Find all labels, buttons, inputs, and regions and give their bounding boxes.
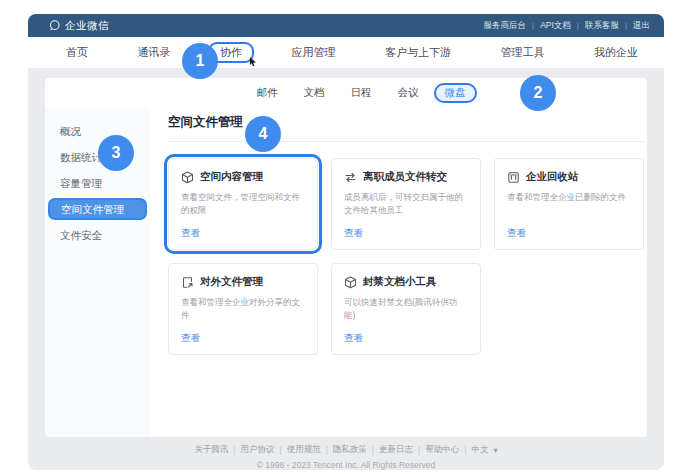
card-desc: 查看和管理全企业对外分享的文件 (181, 296, 305, 322)
footer: 关于腾讯 | 用户协议 | 使用规范 | 隐私政策 | 更新日志 | 帮助中心 … (28, 444, 664, 470)
tab-mail[interactable]: 邮件 (257, 86, 278, 100)
top-link-contact-support[interactable]: 联系客服 (585, 20, 619, 32)
separator: | (372, 445, 374, 455)
tab-schedule[interactable]: 日程 (351, 86, 372, 100)
separator: | (532, 21, 534, 30)
sidebar-item-capacity[interactable]: 容量管理 (45, 170, 150, 196)
nav-item-home[interactable]: 首页 (66, 45, 88, 60)
card-title: 封禁文档小工具 (363, 275, 437, 289)
footer-link-changelog[interactable]: 更新日志 (379, 444, 413, 456)
screenshot-canvas: 企业微信 服务商后台 | API文档 | 联系客服 | 退出 首页 通讯录 协作 (0, 0, 692, 474)
main-content: 空间文件管理 空间内容管理 (150, 108, 647, 437)
card-desc: 查看和管理全企业已删除的文件 (507, 191, 631, 204)
card-title: 对外文件管理 (200, 275, 263, 289)
panel-body: 概况 数据统计 容量管理 空间文件管理 文件安全 空间文件管理 (45, 108, 647, 437)
view-link[interactable]: 查看 (507, 227, 526, 240)
ban-doc-icon (344, 276, 357, 289)
card-external-file-management[interactable]: 对外文件管理 查看和管理全企业对外分享的文件 查看 (168, 263, 318, 355)
language-selector[interactable]: 中文 (472, 444, 489, 456)
nav-item-admin-tools[interactable]: 管理工具 (501, 45, 545, 60)
view-link[interactable]: 查看 (344, 332, 363, 345)
separator: | (233, 445, 235, 455)
separator: | (464, 445, 466, 455)
view-link[interactable]: 查看 (181, 332, 200, 345)
content-panel: 邮件 文档 日程 会议 微盘 概况 数据统计 容量管理 空间文件管理 文件安全 … (45, 78, 647, 437)
top-link-logout[interactable]: 退出 (633, 20, 650, 32)
nav-item-label: 协作 (220, 46, 242, 58)
view-link[interactable]: 查看 (344, 227, 363, 240)
card-departed-member-handover[interactable]: 离职成员文件转交 成员离职后，可转交归属于他的文件给其他员工 查看 (331, 158, 481, 250)
footer-link-privacy-policy[interactable]: 隐私政策 (333, 444, 367, 456)
tab-drive[interactable]: 微盘 (434, 83, 477, 103)
card-desc: 查看空间文件，管理空间和文件的权限 (181, 191, 305, 217)
brand-name: 企业微信 (65, 19, 109, 33)
mouse-cursor-icon (249, 57, 257, 67)
annotation-step-4: 4 (245, 116, 281, 152)
page-title: 空间文件管理 (168, 114, 644, 131)
sidebar: 概况 数据统计 容量管理 空间文件管理 文件安全 (45, 108, 150, 437)
wecom-admin-window: 企业微信 服务商后台 | API文档 | 联系客服 | 退出 首页 通讯录 协作 (28, 14, 664, 470)
top-link-api-docs[interactable]: API文档 (540, 20, 571, 32)
card-desc: 可以快速封禁文档(腾讯特供功能) (344, 296, 468, 322)
card-title: 离职成员文件转交 (363, 170, 447, 184)
footer-link-user-agreement[interactable]: 用户协议 (240, 444, 274, 456)
separator: | (625, 21, 627, 30)
nav-item-app-management[interactable]: 应用管理 (292, 45, 336, 60)
copyright: © 1998 - 2023 Tencent Inc. All Rights Re… (28, 460, 664, 470)
separator: | (418, 445, 420, 455)
card-desc: 成员离职后，可转交归属于他的文件给其他员工 (344, 191, 468, 217)
top-header-bar: 企业微信 服务商后台 | API文档 | 联系客服 | 退出 (28, 14, 664, 37)
chevron-down-icon[interactable]: ▾ (494, 445, 498, 455)
annotation-step-1: 1 (182, 43, 218, 79)
primary-nav: 首页 通讯录 协作 应用管理 客户与上下游 管理工具 我的企业 (28, 37, 664, 68)
view-link[interactable]: 查看 (181, 227, 200, 240)
footer-link-about[interactable]: 关于腾讯 (194, 444, 228, 456)
card-space-content-management[interactable]: 空间内容管理 查看空间文件，管理空间和文件的权限 查看 (168, 158, 318, 250)
top-links: 服务商后台 | API文档 | 联系客服 | 退出 (484, 20, 650, 32)
sidebar-item-space-file-management[interactable]: 空间文件管理 (48, 198, 147, 220)
separator: | (577, 21, 579, 30)
tab-meeting[interactable]: 会议 (398, 86, 419, 100)
card-title: 企业回收站 (526, 170, 579, 184)
brand[interactable]: 企业微信 (48, 19, 109, 33)
card-enterprise-recycle-bin[interactable]: 企业回收站 查看和管理全企业已删除的文件 查看 (494, 158, 644, 250)
secondary-tabs: 邮件 文档 日程 会议 微盘 (45, 78, 647, 108)
annotation-step-3: 3 (98, 135, 134, 171)
tab-docs[interactable]: 文档 (304, 86, 325, 100)
separator: | (279, 445, 281, 455)
card-title: 空间内容管理 (200, 170, 263, 184)
sidebar-item-file-security[interactable]: 文件安全 (45, 222, 150, 248)
annotation-step-2: 2 (520, 75, 556, 111)
handover-icon (344, 171, 357, 184)
recycle-bin-icon (507, 171, 520, 184)
nav-item-customers[interactable]: 客户与上下游 (385, 45, 451, 60)
divider (168, 141, 644, 142)
card-ban-doc-tool[interactable]: 封禁文档小工具 可以快速封禁文档(腾讯特供功能) 查看 (331, 263, 481, 355)
nav-item-contacts[interactable]: 通讯录 (138, 45, 171, 60)
footer-link-help-center[interactable]: 帮助中心 (425, 444, 459, 456)
external-share-icon (181, 276, 194, 289)
separator: | (326, 445, 328, 455)
footer-link-usage-rules[interactable]: 使用规范 (287, 444, 321, 456)
cube-icon (181, 171, 194, 184)
feature-cards: 空间内容管理 查看空间文件，管理空间和文件的权限 查看 (168, 158, 644, 355)
wecom-logo-icon (48, 19, 61, 32)
top-link-service-provider[interactable]: 服务商后台 (484, 20, 527, 32)
nav-item-my-company[interactable]: 我的企业 (594, 45, 638, 60)
sidebar-item-overview[interactable]: 概况 (45, 118, 150, 144)
